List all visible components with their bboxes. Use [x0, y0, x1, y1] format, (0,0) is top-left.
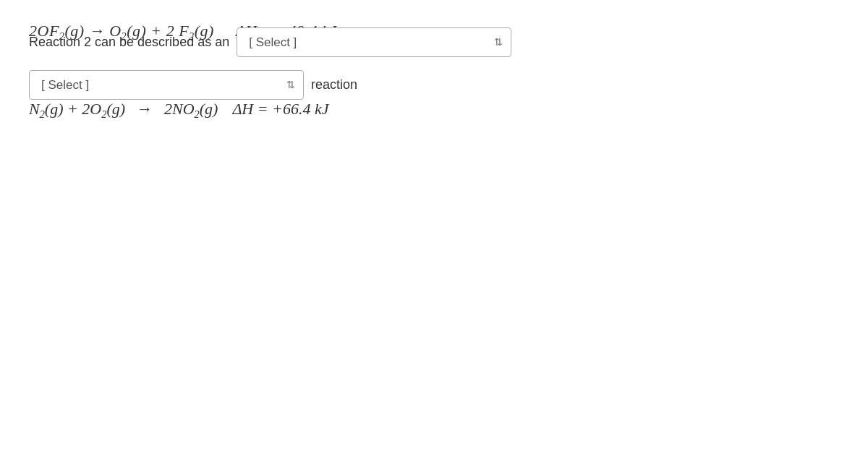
reaction3-reactants: N2(g) + 2O2(g): [29, 100, 125, 121]
select1-dropdown[interactable]: [ Select ]: [237, 27, 511, 57]
reaction3-equation: N2(g) + 2O2(g) → 2NO2(g) ΔH = +66.4 kJ: [29, 100, 839, 121]
page-content: 2OF2(g) → O2(g) + 2 F2(g) ΔH = −49.4 kJ …: [0, 0, 868, 158]
reaction-trailing-text: reaction: [311, 77, 357, 93]
reaction-arrow: →: [137, 100, 153, 119]
question-row-1: Reaction 2 can be described as an [ Sele…: [29, 27, 839, 57]
select2-dropdown[interactable]: [ Select ]: [29, 70, 304, 100]
question-area: Reaction 2 can be described as an [ Sele…: [29, 27, 839, 100]
question1-text: Reaction 2 can be described as an: [29, 35, 229, 50]
reaction3-products: 2NO2(g): [164, 100, 218, 121]
question-row-2: [ Select ] ⇅ reaction: [29, 70, 839, 100]
select2-wrapper: [ Select ] ⇅: [29, 70, 304, 100]
reaction3-delta-h: ΔH = +66.4 kJ: [232, 100, 328, 119]
select1-wrapper: [ Select ] ⇅: [237, 27, 511, 57]
